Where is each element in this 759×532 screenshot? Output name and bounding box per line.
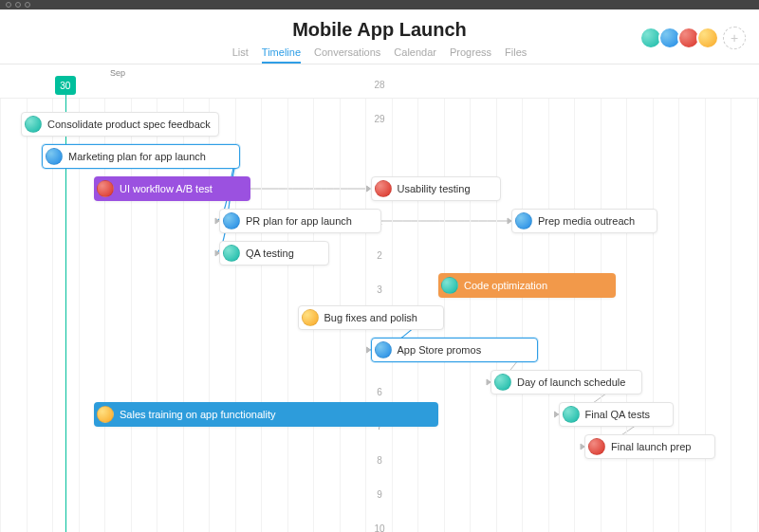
tab-calendar[interactable]: Calendar <box>394 46 436 64</box>
task-label: Final launch prep <box>611 441 691 452</box>
task-label: Bug fixes and polish <box>324 312 417 323</box>
add-member-button[interactable]: + <box>723 27 746 49</box>
header: Mobile App Launch ListTimelineConversati… <box>0 9 759 64</box>
member-avatar[interactable] <box>696 27 719 49</box>
task-bar[interactable]: Day of launch schedule <box>491 370 642 394</box>
tab-progress[interactable]: Progress <box>450 46 491 64</box>
task-bar[interactable]: UI workflow A/B test <box>94 176 250 201</box>
window-button[interactable] <box>25 2 30 8</box>
task-bar[interactable]: Usability testing <box>371 176 502 201</box>
assignee-avatar <box>25 116 42 133</box>
task-bar[interactable]: Code optimization <box>438 273 616 298</box>
task-bar[interactable]: PR plan for app launch <box>219 209 381 233</box>
task-bar[interactable]: App Store promos <box>371 338 538 362</box>
task-bar[interactable]: Bug fixes and polish <box>298 305 444 330</box>
assignee-avatar <box>97 406 114 423</box>
assignee-avatar <box>441 277 458 294</box>
tab-files[interactable]: Files <box>505 46 527 64</box>
timeline-date-axis: 2829303112345678910111213141516171819202… <box>0 64 759 99</box>
task-label: UI workflow A/B test <box>120 183 213 194</box>
month-label: Sep <box>110 68 125 78</box>
task-label: Prep media outreach <box>538 215 635 227</box>
assignee-avatar <box>515 212 532 229</box>
window-titlebar <box>0 0 759 9</box>
gantt-chart[interactable]: Consolidate product spec feedbackMarketi… <box>0 99 759 532</box>
task-label: Marketing plan for app launch <box>68 151 206 162</box>
task-label: Code optimization <box>464 280 547 291</box>
task-label: Sales training on app functionality <box>120 409 276 420</box>
task-bar[interactable]: QA testing <box>219 241 329 266</box>
task-bar[interactable]: Prep media outreach <box>511 209 657 233</box>
assignee-avatar <box>302 309 319 326</box>
tab-timeline[interactable]: Timeline <box>262 46 301 64</box>
project-members: + <box>643 27 746 49</box>
task-bar[interactable]: Sales training on app functionality <box>94 402 438 427</box>
assignee-avatar <box>223 245 240 262</box>
assignee-avatar <box>563 406 580 423</box>
window-button[interactable] <box>15 2 21 8</box>
tab-list[interactable]: List <box>232 46 249 64</box>
task-bar[interactable]: Marketing plan for app launch <box>42 144 240 169</box>
task-bar[interactable]: Consolidate product spec feedback <box>21 112 219 137</box>
tab-conversations[interactable]: Conversations <box>314 46 380 64</box>
task-label: QA testing <box>246 248 294 259</box>
window-button[interactable] <box>6 2 11 8</box>
task-label: App Store promos <box>398 344 482 356</box>
assignee-avatar <box>97 180 114 197</box>
today-marker: 30 <box>55 76 76 95</box>
task-label: Usability testing <box>398 183 471 194</box>
task-bar[interactable]: Final QA tests <box>559 402 674 427</box>
assignee-avatar <box>494 374 511 391</box>
assignee-avatar <box>375 341 392 358</box>
task-bar[interactable]: Final launch prep <box>584 434 715 459</box>
assignee-avatar <box>375 180 392 197</box>
assignee-avatar <box>46 148 63 165</box>
assignee-avatar <box>588 438 605 455</box>
task-label: Consolidate product spec feedback <box>47 119 211 130</box>
task-label: PR plan for app launch <box>246 215 352 227</box>
task-label: Day of launch schedule <box>517 376 625 388</box>
task-label: Final QA tests <box>585 409 650 420</box>
assignee-avatar <box>223 212 240 229</box>
